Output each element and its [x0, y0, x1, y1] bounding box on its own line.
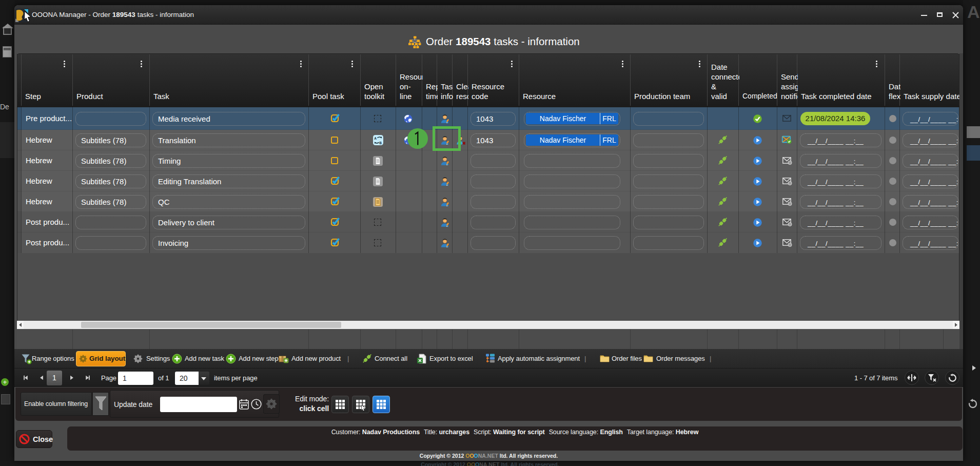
svg-text:B: B — [379, 141, 382, 145]
svg-text:A: A — [374, 137, 377, 140]
